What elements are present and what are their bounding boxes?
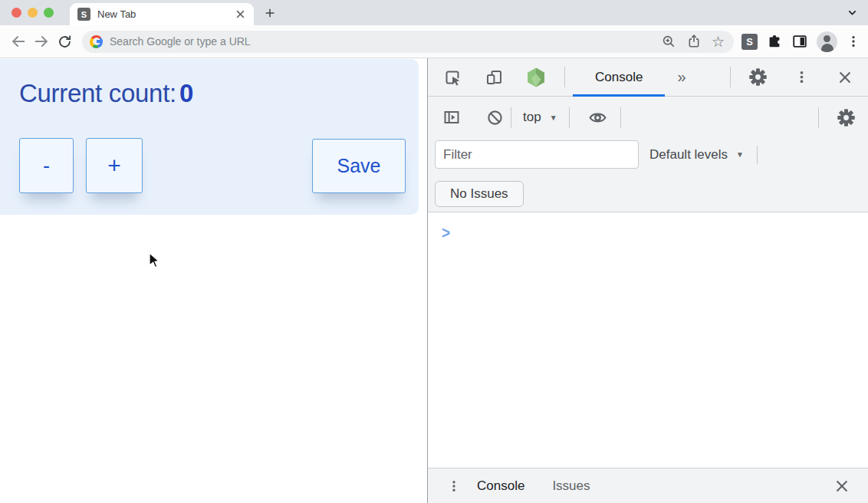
browser-toolbar: ☆ S	[0, 25, 868, 58]
no-issues-button[interactable]: No Issues	[435, 181, 524, 207]
divider	[730, 67, 731, 87]
node-devtools-icon[interactable]	[524, 66, 547, 89]
share-icon[interactable]	[686, 34, 702, 49]
side-panel-icon[interactable]	[791, 33, 808, 50]
forward-icon[interactable]	[30, 30, 53, 53]
drawer-close-icon[interactable]	[830, 475, 853, 498]
content-area: Current count:0 - + Save	[0, 58, 868, 503]
device-toolbar-icon[interactable]	[483, 66, 506, 89]
tab-search-chevron-icon[interactable]	[847, 7, 858, 18]
drawer-tab-console[interactable]: Console	[477, 478, 524, 494]
count-value: 0	[179, 79, 193, 107]
execution-context-selector[interactable]: top ▼	[523, 110, 557, 125]
console-sidebar-icon[interactable]	[440, 106, 463, 129]
browser-tab[interactable]: S New Tab	[70, 3, 254, 25]
inspect-element-icon[interactable]	[442, 66, 465, 89]
devtools-panel: Console »	[427, 58, 868, 503]
chevron-down-icon: ▼	[736, 150, 744, 159]
count-label: Current count:	[19, 79, 176, 107]
context-label: top	[523, 110, 541, 125]
console-filter-input[interactable]	[435, 140, 639, 169]
tab-favicon: S	[77, 8, 90, 21]
increment-button[interactable]: +	[86, 138, 143, 193]
console-output-area[interactable]: >	[428, 212, 868, 468]
console-toolbar: top ▼ Default levels	[428, 97, 868, 212]
browser-window: S New Tab	[0, 0, 868, 503]
more-tabs-icon[interactable]: »	[677, 68, 686, 86]
divider	[511, 107, 511, 128]
clear-console-icon[interactable]	[483, 106, 506, 129]
active-tab-underline	[573, 94, 665, 97]
zoom-page-icon[interactable]	[661, 34, 676, 49]
web-page: Current count:0 - + Save	[0, 58, 427, 503]
log-levels-dropdown[interactable]: Default levels ▼	[649, 147, 744, 163]
divider	[564, 67, 565, 87]
save-button[interactable]: Save	[312, 139, 406, 193]
drawer-tab-issues[interactable]: Issues	[552, 478, 590, 494]
zoom-window-button[interactable]	[44, 8, 54, 18]
url-input[interactable]	[110, 35, 661, 48]
tab-strip: S New Tab	[0, 0, 868, 25]
console-prompt-chevron[interactable]: >	[442, 223, 450, 242]
live-expression-eye-icon[interactable]	[587, 106, 610, 129]
devtools-drawer: Console Issues	[428, 468, 868, 503]
devtools-tab-bar: Console »	[428, 58, 868, 97]
chevron-down-icon: ▼	[550, 113, 557, 122]
devtools-settings-gear-icon[interactable]	[746, 66, 769, 89]
current-count-heading: Current count:0	[19, 79, 193, 108]
close-window-button[interactable]	[12, 8, 21, 18]
address-bar[interactable]: ☆	[82, 31, 734, 53]
mouse-cursor	[149, 252, 161, 272]
devtools-close-icon[interactable]	[833, 66, 856, 89]
profile-avatar[interactable]	[817, 31, 837, 52]
new-tab-button[interactable]	[264, 7, 276, 19]
extension-s-icon[interactable]: S	[741, 34, 758, 50]
reload-icon[interactable]	[53, 30, 76, 53]
console-settings-gear-icon[interactable]	[834, 106, 857, 129]
divider	[818, 107, 819, 128]
extensions-puzzle-icon[interactable]	[766, 33, 783, 50]
tab-close-icon[interactable]	[235, 8, 246, 20]
traffic-lights	[12, 8, 54, 18]
drawer-menu-icon[interactable]	[446, 475, 462, 498]
divider	[620, 107, 621, 128]
tab-title: New Tab	[97, 8, 235, 20]
minimize-window-button[interactable]	[28, 8, 38, 18]
levels-label: Default levels	[649, 147, 728, 163]
decrement-button[interactable]: -	[19, 138, 74, 193]
divider	[569, 107, 570, 128]
browser-menu-icon[interactable]	[846, 34, 861, 49]
console-tab-label: Console	[595, 70, 643, 85]
back-icon[interactable]	[7, 30, 30, 53]
google-logo-icon	[90, 35, 103, 48]
tab-console[interactable]: Console	[573, 58, 665, 96]
bookmark-star-icon[interactable]: ☆	[712, 35, 725, 49]
divider	[757, 146, 758, 164]
devtools-menu-icon[interactable]	[790, 66, 813, 89]
